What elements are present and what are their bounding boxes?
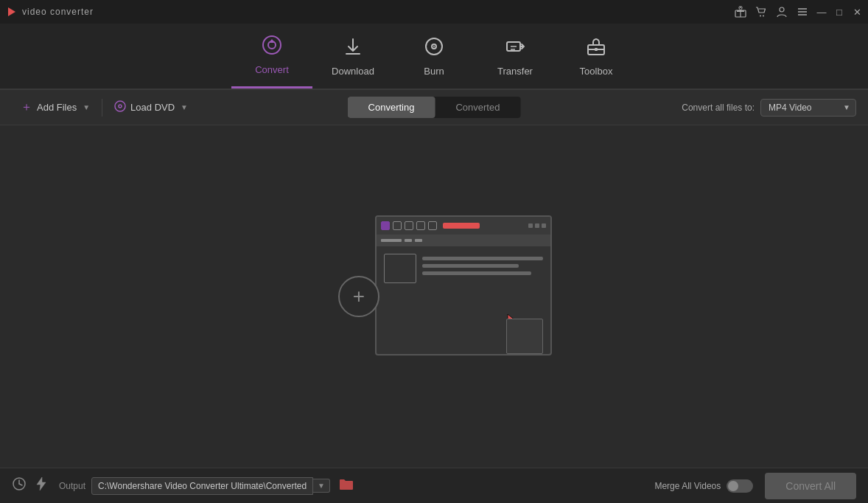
app-logo-icon <box>6 6 18 18</box>
format-select-wrapper: MP4 Video MKV Video AVI Video MOV Video … <box>760 99 856 117</box>
tab-converting[interactable]: Converting <box>348 97 435 118</box>
svg-marker-12 <box>269 39 275 43</box>
browser-thumbnail <box>384 254 416 283</box>
close-button[interactable]: ✕ <box>852 7 862 17</box>
svg-marker-0 <box>8 7 15 16</box>
floating-window <box>506 319 543 354</box>
nav-label-toolbox: Toolbox <box>580 66 613 77</box>
nav-item-burn[interactable]: Burn <box>393 24 475 89</box>
browser-content <box>377 246 550 291</box>
svg-line-28 <box>19 484 22 485</box>
text-line-3 <box>422 271 531 275</box>
add-files-label: Add Files <box>37 102 77 113</box>
title-controls: — □ ✕ <box>734 5 862 18</box>
maximize-button[interactable]: □ <box>834 7 844 17</box>
nav-item-download[interactable]: Download <box>312 24 393 89</box>
menu-icon[interactable] <box>796 5 809 18</box>
convert-all-files-section: Convert all files to: MP4 Video MKV Vide… <box>682 99 856 117</box>
clock-icon[interactable] <box>12 476 27 495</box>
tabs-container: Converting Converted <box>348 97 521 118</box>
title-left: video converter <box>6 6 94 18</box>
browser-tab-4 <box>428 221 437 230</box>
merge-section: Merge All Videos <box>654 479 753 493</box>
toolbox-icon <box>586 36 606 61</box>
load-dvd-button[interactable]: Load DVD ▼ <box>105 96 197 119</box>
toolbar-divider-1 <box>102 99 102 117</box>
browser-topbar <box>377 217 550 235</box>
download-icon <box>343 36 363 61</box>
nav-label-burn: Burn <box>424 66 444 77</box>
drop-zone-illustration[interactable] <box>316 215 552 378</box>
nav-label-convert: Convert <box>255 64 289 75</box>
transfer-icon <box>505 36 525 61</box>
app-title: video converter <box>22 7 94 17</box>
browser-tab-1 <box>393 221 402 230</box>
minimize-button[interactable]: — <box>816 7 827 17</box>
merge-label: Merge All Videos <box>654 481 721 491</box>
browser-inner-toolbar <box>377 235 550 246</box>
svg-point-24 <box>115 101 125 111</box>
convert-icon <box>262 35 282 60</box>
cart-icon[interactable] <box>755 5 768 18</box>
text-line-1 <box>422 257 543 260</box>
browser-tab-3 <box>416 221 425 230</box>
svg-point-16 <box>433 46 435 47</box>
main-content <box>0 125 868 468</box>
add-files-icon: ＋ <box>21 100 32 115</box>
svg-point-25 <box>119 105 122 108</box>
lightning-icon[interactable] <box>35 476 47 495</box>
nav-label-download: Download <box>332 66 374 77</box>
convert-all-button[interactable]: Convert All <box>765 473 856 499</box>
svg-rect-23 <box>595 48 598 51</box>
bottom-bar: Output C:\Wondershare Video Converter Ul… <box>0 468 868 503</box>
svg-point-4 <box>760 15 761 17</box>
nav-item-transfer[interactable]: Transfer <box>475 24 556 89</box>
title-bar: video converter <box>0 0 868 24</box>
tab-converted[interactable]: Converted <box>435 97 520 118</box>
add-files-button[interactable]: ＋ Add Files ▼ <box>12 95 99 119</box>
load-dvd-icon <box>114 100 126 115</box>
browser-url-bar <box>443 223 480 229</box>
browser-text-lines <box>422 257 543 283</box>
output-label: Output <box>59 481 85 491</box>
toolbar-item-3 <box>415 239 422 242</box>
folder-icon[interactable] <box>339 477 354 494</box>
gift-icon[interactable] <box>734 5 747 18</box>
svg-point-6 <box>780 7 784 12</box>
nav-item-convert[interactable]: Convert <box>231 24 312 89</box>
convert-all-files-label: Convert all files to: <box>682 103 755 113</box>
load-dvd-arrow-icon[interactable]: ▼ <box>181 103 188 111</box>
nav-label-transfer: Transfer <box>497 66 533 77</box>
toolbar-item-2 <box>405 239 412 242</box>
add-files-circle-button[interactable] <box>338 276 379 317</box>
output-section: Output C:\Wondershare Video Converter Ul… <box>12 476 654 495</box>
browser-mockup <box>375 215 552 355</box>
toolbar: ＋ Add Files ▼ Load DVD ▼ Converting Conv… <box>0 90 868 125</box>
text-line-2 <box>422 264 519 268</box>
svg-point-10 <box>263 36 281 54</box>
burn-icon <box>424 36 444 61</box>
svg-point-5 <box>763 15 764 17</box>
browser-tab-2 <box>405 221 413 230</box>
nav-items: Convert Download Burn <box>231 24 637 89</box>
load-dvd-label: Load DVD <box>130 102 175 113</box>
output-path-dropdown[interactable]: ▼ <box>313 479 330 493</box>
toolbar-item-1 <box>381 239 402 242</box>
nav-bar: Convert Download Burn <box>0 24 868 90</box>
browser-tab-active <box>381 221 390 230</box>
merge-toggle-knob <box>728 481 738 491</box>
add-files-arrow-icon[interactable]: ▼ <box>83 103 90 111</box>
output-path: C:\Wondershare Video Converter Ultimate\… <box>91 477 313 495</box>
nav-item-toolbox[interactable]: Toolbox <box>556 24 637 89</box>
merge-toggle[interactable] <box>727 479 753 493</box>
user-icon[interactable] <box>775 5 788 18</box>
format-select[interactable]: MP4 Video MKV Video AVI Video MOV Video <box>760 99 856 117</box>
